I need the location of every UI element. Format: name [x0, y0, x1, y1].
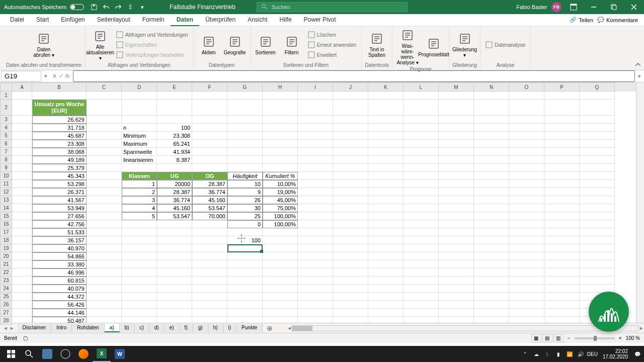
cell[interactable] [87, 172, 122, 180]
cell[interactable] [544, 285, 580, 293]
cell[interactable] [333, 212, 368, 220]
cell[interactable] [333, 293, 368, 301]
ribbon-button-small[interactable]: Löschen [306, 30, 358, 39]
column-header[interactable]: L [404, 82, 439, 92]
cell[interactable] [87, 180, 122, 188]
cell[interactable] [544, 116, 580, 124]
sheet-tab[interactable]: Punkte [236, 324, 263, 332]
cell[interactable] [227, 285, 263, 293]
cell[interactable] [333, 172, 368, 180]
cell[interactable] [509, 317, 544, 323]
cell[interactable] [298, 180, 333, 188]
cell[interactable]: 36.774 [192, 188, 227, 196]
cell[interactable] [87, 277, 122, 285]
start-button[interactable] [2, 346, 20, 362]
cell[interactable] [12, 285, 32, 293]
cell[interactable] [12, 124, 32, 132]
cell[interactable]: 2 [122, 188, 157, 196]
cell[interactable] [544, 124, 580, 132]
cell[interactable] [544, 164, 580, 172]
cell[interactable] [12, 100, 32, 116]
cell[interactable] [544, 236, 580, 244]
cell[interactable] [404, 268, 439, 277]
cell[interactable]: 51.533 [32, 228, 87, 236]
menu-tab-einfügen[interactable]: Einfügen [55, 14, 91, 26]
cell[interactable] [544, 268, 580, 277]
column-header[interactable]: I [298, 82, 333, 92]
cell[interactable] [12, 317, 32, 323]
cell[interactable] [122, 260, 157, 268]
cell[interactable] [333, 92, 368, 100]
sheet-nav[interactable]: ◄ ► [0, 325, 18, 331]
cell[interactable] [544, 212, 580, 220]
cell[interactable] [12, 252, 32, 260]
zoom-in-icon[interactable]: + [619, 335, 622, 341]
ribbon-button[interactable]: Filtern [280, 34, 304, 56]
cell[interactable] [580, 277, 615, 285]
cell[interactable]: 23.308 [157, 132, 192, 140]
ribbon-collapse-icon[interactable] [635, 62, 641, 69]
task-word[interactable]: W [111, 346, 129, 362]
cell[interactable]: Kumuliert % [263, 172, 298, 180]
cell[interactable] [368, 124, 404, 132]
cell[interactable] [439, 116, 474, 124]
cell[interactable] [509, 277, 544, 285]
share-button[interactable]: 🔗 Teilen [570, 17, 593, 23]
cell[interactable]: 45.343 [32, 172, 87, 180]
sheet-tab[interactable]: i) [223, 324, 237, 332]
minimize-button[interactable] [586, 0, 602, 14]
cell[interactable] [333, 148, 368, 156]
cell[interactable] [544, 148, 580, 156]
cell[interactable] [298, 244, 333, 252]
cell[interactable] [87, 285, 122, 293]
row-header[interactable]: 14 [0, 204, 12, 212]
cell[interactable] [439, 285, 474, 293]
menu-tab-ansicht[interactable]: Ansicht [242, 14, 273, 26]
cell[interactable] [544, 317, 580, 323]
cell[interactable]: n [122, 124, 157, 132]
row-header[interactable]: 19 [0, 244, 12, 252]
cell[interactable] [192, 277, 227, 285]
cell[interactable] [368, 100, 404, 116]
cell[interactable] [227, 116, 263, 124]
cell[interactable] [333, 309, 368, 317]
cell[interactable] [298, 156, 333, 164]
cell[interactable] [474, 164, 509, 172]
cell[interactable]: 36.774 [157, 196, 192, 204]
column-header[interactable]: N [474, 82, 509, 92]
cell[interactable] [509, 309, 544, 317]
cell[interactable]: 26.371 [32, 188, 87, 196]
cell[interactable] [474, 260, 509, 268]
tray-onedrive-icon[interactable]: ☁ [532, 349, 541, 358]
cell[interactable] [12, 156, 32, 164]
cell[interactable]: 75,00% [263, 204, 298, 212]
cell[interactable] [87, 100, 122, 116]
cell[interactable] [544, 100, 580, 116]
column-header[interactable]: D [122, 82, 157, 92]
cell[interactable] [12, 220, 32, 228]
cell[interactable] [122, 293, 157, 301]
cell[interactable] [298, 92, 333, 100]
cell[interactable]: Umsatz pro Woche [EUR] [32, 100, 87, 116]
cell[interactable] [298, 252, 333, 260]
ribbon-button[interactable]: Gliederung ▾ [453, 31, 477, 59]
cell[interactable] [439, 244, 474, 252]
ribbon-button[interactable]: Text in Spalten [365, 31, 389, 59]
cell[interactable]: 27.656 [32, 212, 87, 220]
sheet-tab[interactable]: a) [105, 324, 120, 332]
cell[interactable] [87, 301, 122, 309]
cell[interactable] [509, 244, 544, 252]
cell[interactable] [474, 277, 509, 285]
tray-language[interactable]: DEU [587, 351, 598, 357]
cell[interactable] [227, 100, 263, 116]
cell[interactable] [122, 301, 157, 309]
cell[interactable] [298, 164, 333, 172]
cell[interactable] [32, 92, 87, 100]
cell[interactable] [263, 100, 298, 116]
cell[interactable]: 26 [227, 196, 263, 204]
cell[interactable] [404, 277, 439, 285]
cell[interactable] [192, 293, 227, 301]
cell[interactable] [439, 220, 474, 228]
column-header[interactable]: H [263, 82, 298, 92]
cell[interactable] [87, 148, 122, 156]
